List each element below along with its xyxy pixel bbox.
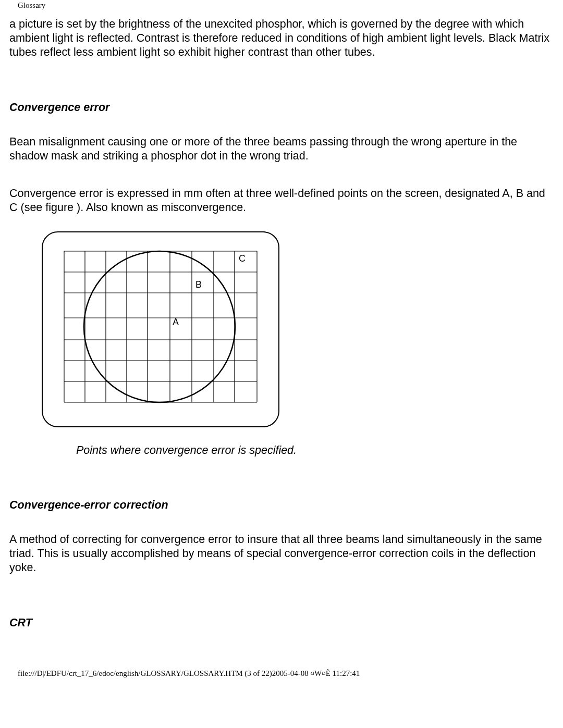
page-content: a picture is set by the brightness of th… <box>0 10 563 630</box>
heading-convergence-error-correction: Convergence-error correction <box>9 499 554 512</box>
figure-caption: Points where convergence error is specif… <box>76 444 554 457</box>
heading-convergence-error: Convergence error <box>9 101 554 114</box>
heading-crt: CRT <box>9 616 554 630</box>
convergence-diagram-svg: A B C <box>41 230 280 428</box>
convergence-figure: A B C Points where convergence error is … <box>9 230 554 457</box>
figure-label-c: C <box>239 253 246 264</box>
conv-error-p1: Bean misalignment causing one or more of… <box>9 135 554 163</box>
page-footer-path: file:///D|/EDFU/crt_17_6/edoc/english/GL… <box>0 635 563 681</box>
conv-error-p2: Convergence error is expressed in mm oft… <box>9 187 554 215</box>
figure-label-b: B <box>195 279 202 290</box>
figure-label-a: A <box>173 317 179 327</box>
page-header-title: Glossary <box>0 0 563 10</box>
conv-err-correction-p1: A method of correcting for convergence e… <box>9 533 554 575</box>
intro-paragraph: a picture is set by the brightness of th… <box>9 17 554 59</box>
